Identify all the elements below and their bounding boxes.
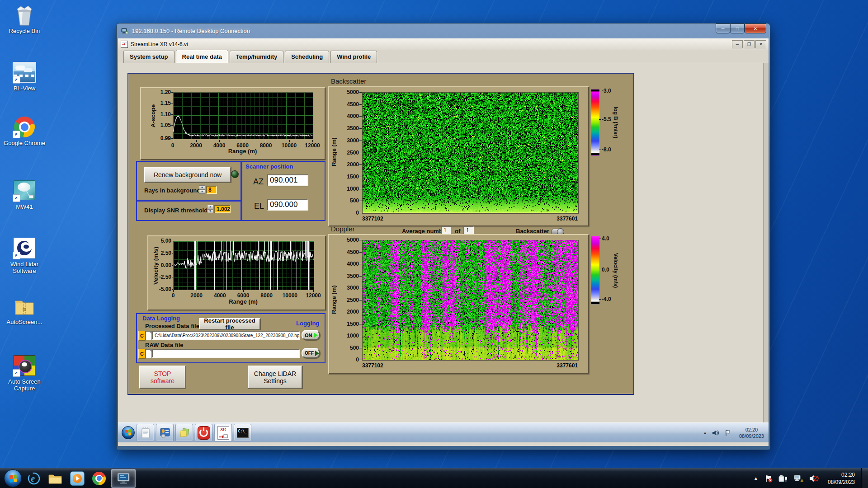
host-system-tray: ▲ 02:2008/09/2023 [750, 468, 868, 488]
tray-volume-muted-icon[interactable] [809, 474, 819, 483]
maximize-button[interactable]: □ [730, 23, 745, 33]
off-indicator-arrow [315, 351, 319, 356]
average-of-label: of [455, 228, 460, 235]
shortcut-arrow-icon [13, 76, 20, 84]
app-restore-button[interactable]: ❐ [744, 40, 755, 48]
remote-tray-expand-icon[interactable]: ▲ [703, 431, 707, 435]
processed-logging-on-button[interactable]: ON [302, 330, 320, 340]
desktop: { "desktop": { "icons": [ {"name":"recyc… [0, 0, 868, 488]
tray-action-center-error-icon[interactable] [764, 474, 773, 483]
change-lidar-settings-button[interactable]: Change LiDARSettings [248, 366, 302, 389]
remote-taskbar-device-manager[interactable] [156, 424, 174, 441]
desktop-icon-autoscreen[interactable]: AutoScreen... [1, 296, 48, 325]
tray-network-warning-icon[interactable] [793, 474, 803, 483]
az-value-field[interactable]: 090.001 [267, 174, 308, 186]
rdp-titlebar[interactable]: 192.168.0.150 - Remote Desktop Connectio… [117, 23, 770, 38]
remote-taskbar-cmd[interactable]: C:\_ [234, 424, 251, 441]
tab-wind-profile[interactable]: Wind profile [330, 51, 377, 63]
processed-drive-button[interactable]: C [138, 331, 146, 341]
doppler-colorbar-label: Velocity (m/s) [613, 238, 619, 303]
remote-clock[interactable]: 02:2008/09/2023 [739, 427, 764, 439]
ascope-graph [173, 92, 313, 139]
mw41-icon [13, 180, 36, 202]
snr-spinner[interactable]: ▲▼ [207, 205, 213, 213]
app-titlebar[interactable]: StreamLine XR v14-6.vi ─ ❐ ✕ [118, 38, 769, 51]
restart-processed-file-button[interactable]: Restart processed file [199, 318, 260, 330]
desktop-icon-bl-view[interactable]: BL-View [1, 61, 48, 92]
az-label: AZ [253, 177, 264, 187]
remote-taskbar-notepad[interactable] [137, 424, 154, 441]
tray-expand-icon[interactable]: ▲ [754, 476, 758, 481]
background-group: Renew background now Rays in background … [136, 161, 241, 202]
show-desktop-button[interactable] [861, 468, 868, 488]
raw-browse-icon[interactable] [146, 349, 152, 358]
tray-battery-icon[interactable] [778, 474, 788, 483]
desktop-icon-mw41[interactable]: MW41 [1, 179, 48, 210]
remote-volume-icon[interactable] [712, 430, 719, 436]
renew-background-button[interactable]: Renew background now [144, 167, 231, 183]
taskbar-media-player[interactable] [68, 469, 87, 488]
desktop-icon-recycle-bin[interactable]: Recycle Bin [1, 5, 48, 34]
wind-lidar-icon [13, 238, 36, 259]
remote-action-center-flag-icon[interactable] [725, 430, 731, 436]
rays-label: Rays in background [144, 187, 200, 194]
taskbar-internet-explorer[interactable]: e [24, 469, 43, 488]
desktop-icon-chrome[interactable]: Google Chrome [1, 117, 48, 146]
remote-start-button[interactable] [122, 426, 135, 439]
app-minimize-button[interactable]: ─ [732, 40, 743, 48]
raw-drive-button[interactable]: C [138, 349, 146, 359]
desktop-icon-auto-screen-capture[interactable]: Auto Screen Capture [1, 354, 48, 392]
scanner-position-title: Scanner position [245, 163, 293, 170]
remote-taskbar-sticky-notes[interactable] [175, 424, 193, 441]
taskbar-file-explorer[interactable] [46, 469, 65, 488]
doppler-title: Doppler [331, 225, 355, 233]
average-total-field[interactable]: 1 [463, 226, 474, 235]
auto-screen-capture-icon [13, 355, 36, 377]
tab-real-time-data[interactable]: Real time data [176, 50, 228, 63]
remote-taskbar-stop-app[interactable] [195, 424, 212, 441]
shortcut-arrow-icon [13, 252, 20, 259]
scrollbar[interactable] [763, 63, 769, 427]
doppler-ylabel: Range (m) [330, 270, 337, 329]
velocity-xtick-labels: 020004000600080001000012000 [173, 291, 313, 297]
backscatter-toggle-label: Backscatter [516, 228, 549, 235]
average-number-field[interactable]: 1 [441, 226, 451, 235]
host-clock[interactable]: 02:2008/09/2023 [828, 471, 855, 486]
rays-value-field[interactable]: 8 [206, 186, 217, 194]
rdp-window: 192.168.0.150 - Remote Desktop Connectio… [116, 23, 770, 450]
processed-path-field[interactable]: C:\Lidar\Data\Proc\2023\202309\20230908\… [152, 331, 300, 340]
scanner-position-group: Scanner position AZ 090.001 EL 090.000 [241, 161, 326, 221]
velocity-ytick-labels: 5.002.500.00-2.50-5.00 [156, 241, 171, 289]
raw-logging-off-button[interactable]: OFF [302, 348, 320, 358]
taskbar-chrome[interactable] [90, 469, 108, 488]
start-button[interactable] [4, 469, 22, 487]
chrome-icon [13, 117, 36, 138]
doppler-colorbar [591, 236, 600, 305]
labview-vi-icon [121, 41, 128, 48]
stop-software-button[interactable]: STOPsoftware [139, 366, 186, 389]
rays-spinner[interactable]: ▲▼ [199, 185, 205, 194]
processed-browse-icon[interactable] [146, 331, 152, 340]
app-close-button[interactable]: ✕ [755, 40, 766, 48]
taskbar-remote-desktop-active[interactable] [111, 469, 136, 488]
desktop-icon-wind-lidar[interactable]: Wind Lidar Software [1, 237, 48, 274]
remote-taskbar-streamline-xr[interactable]: XR [214, 424, 232, 441]
backscatter-heatmap [362, 92, 579, 214]
recycle-bin-icon [13, 5, 36, 26]
backscatter-colorbar [591, 89, 600, 156]
desktop-icon-label: Recycle Bin [1, 28, 48, 34]
tab-scheduling[interactable]: Scheduling [285, 51, 329, 63]
tab-strip: System setupReal time dataTemp/humidityS… [118, 50, 769, 63]
backscatter-colorbar-label: log B (/m/sr) [613, 91, 619, 154]
velocity-graph [173, 241, 314, 290]
data-logging-title: Data Logging [142, 315, 180, 322]
el-value-field[interactable]: 090.000 [267, 199, 308, 211]
minimize-button[interactable]: ─ [716, 23, 730, 33]
remote-desktop-view: StreamLine XR v14-6.vi ─ ❐ ✕ System setu… [118, 38, 769, 446]
close-button[interactable]: ✕ [745, 23, 766, 33]
tab-temp-humidity[interactable]: Temp/humidity [230, 51, 283, 63]
backscatter-ylabel: Range (m) [330, 122, 337, 181]
raw-path-field[interactable] [152, 349, 300, 358]
snr-value-field[interactable]: 1.002 [214, 205, 231, 213]
tab-system-setup[interactable]: System setup [123, 51, 175, 63]
